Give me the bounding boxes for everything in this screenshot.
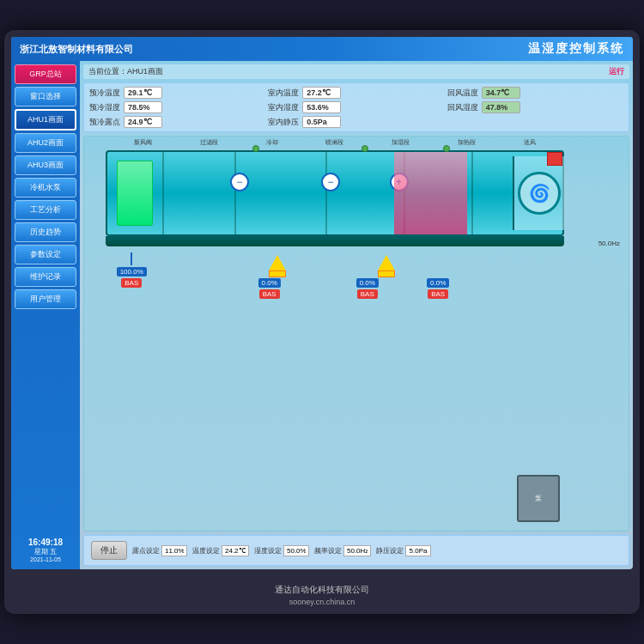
sidebar-item-history[interactable]: 历史趋势 (15, 222, 76, 242)
fan-freq-label: 50.0Hz (598, 240, 620, 247)
dew-point-input[interactable] (161, 545, 187, 556)
pre-temp-row: 预冷温度 29.1℃ (89, 87, 265, 99)
top-info-bar: 当前位置：AHU1画面 运行 (83, 64, 629, 79)
sidebar-item-grp[interactable]: GRP总站 (15, 64, 76, 84)
valve2[interactable]: − (321, 173, 340, 191)
params-grid: 预冷温度 29.1℃ 室内温度 27.2℃ 回风温度 34.7℃ (89, 87, 623, 128)
pressure-input[interactable] (405, 545, 431, 556)
diagram-area: 新风阀 过滤段 冷却 喷淋段 加湿段 加热段 送风 (83, 136, 629, 532)
pump-unit: 泵 (517, 475, 560, 522)
fan-symbol: 🌀 (513, 156, 564, 230)
indoor-pressure-row: 室内静压 0.5Pa (268, 116, 444, 128)
valve2-value-area: 0.0% BAS (258, 278, 281, 299)
indoor-humid-row: 室内湿度 53.6% (268, 101, 444, 113)
sidebar: GRP总站 窗口选择 AHU1画面 AHU2画面 AHU3画面 冷机水泵 (11, 61, 80, 569)
humid-input[interactable] (283, 545, 309, 556)
valve3-value-area: 0.0% BAS (356, 278, 379, 299)
section-label-heat: 加热段 (458, 138, 476, 147)
pre-dew-row: 预冷露点 24.9℃ (89, 116, 265, 128)
stop-button[interactable]: 停止 (91, 541, 127, 560)
valve4-value-area: 0.0% BAS (427, 278, 449, 299)
main-area: GRP总站 窗口选择 AHU1画面 AHU2画面 AHU3画面 冷机水泵 (11, 61, 633, 569)
empty-row (447, 116, 623, 128)
valve1-value: 100.0% (117, 267, 147, 276)
sidebar-item-ahu1[interactable]: AHU1画面 (15, 109, 76, 131)
sidebar-item-users[interactable]: 用户管理 (15, 289, 76, 309)
temp-set: 温度设定 (192, 545, 249, 556)
humidifier-section (394, 152, 467, 234)
time-date: 2021-11-05 (16, 556, 75, 562)
sidebar-item-params[interactable]: 参数设定 (15, 245, 76, 264)
content-area: 当前位置：AHU1画面 运行 预冷温度 29.1℃ 室内温度 27.2℃ (80, 61, 633, 569)
ahu-duct: − − + 🌀 (106, 150, 564, 236)
section-label-send: 送风 (524, 138, 536, 147)
sidebar-item-ahu2[interactable]: AHU2画面 (15, 133, 76, 153)
sidebar-item-window[interactable]: 窗口选择 (15, 87, 76, 106)
company-name: 浙江北敖智制材料有限公司 (20, 43, 133, 56)
return-humid-row: 回风湿度 47.8% (447, 101, 623, 113)
alarm-box (547, 152, 562, 166)
params-panel: 预冷温度 29.1℃ 室内温度 27.2℃ 回风温度 34.7℃ (83, 82, 629, 132)
section-label-cool: 冷却 (266, 138, 278, 147)
section-label-filter: 过滤段 (200, 138, 218, 147)
duct-front-face (106, 236, 564, 246)
system-title: 温湿度控制系统 (528, 41, 624, 57)
section-label-fresh: 新风阀 (134, 138, 152, 147)
dew-point-set: 露点设定 (132, 545, 187, 556)
pressure-set: 静压设定 (376, 545, 431, 556)
valve3-status: BAS (357, 289, 378, 299)
valve4-value: 0.0% (427, 278, 449, 288)
bottom-controls: 停止 露点设定 温度设定 湿度设定 频率设定 (83, 535, 629, 566)
valve1-status: BAS (121, 278, 142, 288)
pre-humid-row: 预冷湿度 78.5% (89, 101, 265, 113)
section-label-spray: 喷淋段 (325, 138, 343, 147)
sidebar-item-process[interactable]: 工艺分析 (15, 200, 76, 220)
screen: 浙江北敖智制材料有限公司 温湿度控制系统 GRP总站 窗口选择 AHU1画面 A… (11, 37, 633, 569)
valve2-value: 0.0% (258, 278, 281, 288)
header-bar: 浙江北敖智制材料有限公司 温湿度控制系统 (11, 37, 633, 61)
return-temp-row: 回风温度 34.7℃ (447, 87, 623, 99)
flow-meter-1 (269, 255, 286, 277)
time-display: 16:49:18 (16, 538, 75, 547)
temp-input[interactable] (222, 545, 249, 556)
fresh-air-damper (117, 161, 153, 227)
monitor-frame: 浙江北敖智制材料有限公司 温湿度控制系统 GRP总站 窗口选择 AHU1画面 A… (4, 30, 640, 614)
humid-set: 湿度设定 (254, 545, 309, 556)
freq-input[interactable] (343, 545, 371, 556)
valve3-value: 0.0% (356, 278, 379, 288)
freq-set: 频率设定 (314, 545, 371, 556)
bottom-company-name: 通达自动化科技有限公司 (275, 584, 369, 596)
sidebar-item-maintenance[interactable]: 维护记录 (15, 267, 76, 287)
sidebar-item-ahu3[interactable]: AHU3画面 (15, 155, 76, 175)
bottom-url: sooney.cn.china.cn (289, 598, 355, 606)
sidebar-item-cooling[interactable]: 冷机水泵 (15, 178, 76, 197)
valve1[interactable]: − (230, 173, 249, 191)
flow-meter-2 (378, 255, 395, 277)
valve1-value-area: 100.0% BAS (117, 252, 147, 288)
time-day: 星期 五 (16, 547, 75, 556)
valve4-status: BAS (428, 289, 448, 299)
green-indicator-2 (361, 145, 368, 152)
indoor-temp-row: 室内温度 27.2℃ (268, 87, 444, 99)
section-label-humid: 加湿段 (392, 138, 410, 147)
valve2-status: BAS (259, 289, 280, 299)
monitor-bottom: 通达自动化科技有限公司 sooney.cn.china.cn (11, 569, 633, 621)
